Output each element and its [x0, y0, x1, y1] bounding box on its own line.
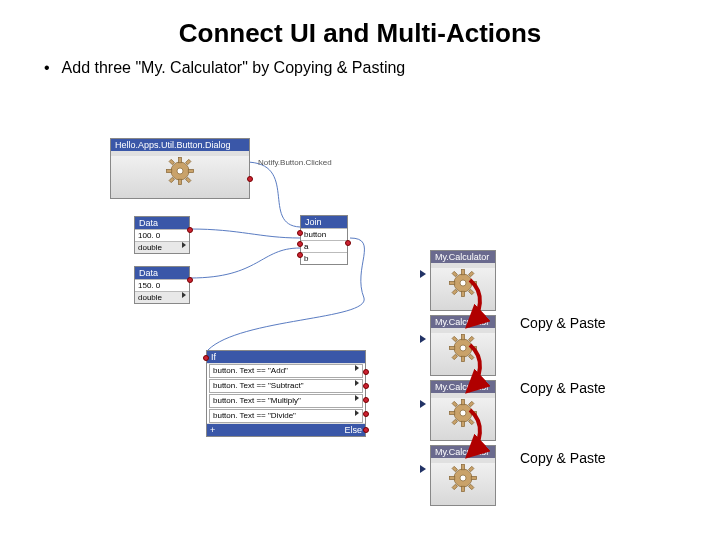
output-port[interactable] [363, 427, 369, 433]
data-1-type[interactable]: double [135, 241, 189, 253]
output-port[interactable] [363, 369, 369, 375]
svg-rect-8 [186, 177, 191, 182]
node-dialog-header: Hello.Apps.Util.Button.Dialog [111, 139, 249, 151]
node-calc-header: My.Calculator [431, 446, 495, 458]
node-data-1[interactable]: Data 100. 0 double [134, 216, 190, 254]
input-port-tri[interactable] [420, 400, 426, 408]
gear-icon [448, 463, 478, 493]
output-port[interactable] [345, 240, 351, 246]
svg-point-49 [460, 475, 466, 481]
input-port[interactable] [297, 230, 303, 236]
svg-rect-12 [462, 291, 465, 296]
svg-rect-22 [462, 356, 465, 361]
svg-rect-46 [469, 466, 474, 471]
node-calculator-1[interactable]: My.Calculator [430, 250, 496, 311]
input-port[interactable] [297, 252, 303, 258]
bullet-text: Add three "My. Calculator" by Copying & … [62, 59, 406, 76]
join-row-b: b [301, 252, 347, 264]
node-join-header: Join [301, 216, 347, 228]
node-calc-header: My.Calculator [431, 381, 495, 393]
node-calculator-2[interactable]: My.Calculator [430, 315, 496, 376]
input-port[interactable] [297, 241, 303, 247]
svg-rect-41 [462, 465, 465, 470]
svg-rect-25 [452, 336, 457, 341]
if-plus[interactable]: + [210, 424, 215, 436]
node-if-header: If [207, 351, 365, 363]
notify-label: Notify.Button.Clicked [258, 158, 332, 167]
node-join[interactable]: Join button a b [300, 215, 348, 265]
svg-point-39 [460, 410, 466, 416]
svg-rect-2 [179, 179, 182, 184]
svg-rect-16 [469, 271, 474, 276]
svg-rect-32 [462, 421, 465, 426]
svg-point-9 [177, 168, 183, 174]
output-port[interactable] [363, 411, 369, 417]
svg-rect-26 [469, 336, 474, 341]
copy-paste-label-2: Copy & Paste [520, 380, 606, 396]
if-row-add: button. Text == "Add" [209, 364, 363, 378]
node-data-2-header: Data [135, 267, 189, 279]
gear-icon [448, 268, 478, 298]
if-row-subtract: button. Text == "Subtract" [209, 379, 363, 393]
svg-rect-45 [452, 466, 457, 471]
page-title: Connect UI and Multi-Actions [0, 0, 720, 59]
svg-rect-33 [450, 412, 455, 415]
data-1-value: 100. 0 [135, 229, 189, 241]
svg-rect-17 [452, 289, 457, 294]
svg-rect-7 [169, 177, 174, 182]
copy-paste-label-3: Copy & Paste [520, 450, 606, 466]
svg-rect-27 [452, 354, 457, 359]
svg-rect-47 [452, 484, 457, 489]
copy-paste-label-1: Copy & Paste [520, 315, 606, 331]
node-if[interactable]: If button. Text == "Add" button. Text ==… [206, 350, 366, 437]
node-data-2[interactable]: Data 150. 0 double [134, 266, 190, 304]
if-row-multiply: button. Text == "Multiply" [209, 394, 363, 408]
svg-rect-28 [469, 354, 474, 359]
output-port[interactable] [187, 227, 193, 233]
gear-icon [165, 156, 195, 186]
svg-point-19 [460, 280, 466, 286]
wires-layer [0, 120, 720, 520]
data-2-type[interactable]: double [135, 291, 189, 303]
data-2-value: 150. 0 [135, 279, 189, 291]
output-port[interactable] [187, 277, 193, 283]
svg-rect-37 [452, 419, 457, 424]
output-port[interactable] [363, 397, 369, 403]
input-port-tri[interactable] [420, 465, 426, 473]
svg-rect-48 [469, 484, 474, 489]
svg-rect-36 [469, 401, 474, 406]
svg-rect-38 [469, 419, 474, 424]
output-port[interactable] [247, 176, 253, 182]
svg-rect-24 [471, 347, 476, 350]
join-row-a: a [301, 240, 347, 252]
svg-rect-1 [179, 158, 182, 163]
input-port-tri[interactable] [420, 270, 426, 278]
bullet-line: • Add three "My. Calculator" by Copying … [0, 59, 720, 77]
chevron-right-icon [355, 380, 359, 386]
svg-rect-43 [450, 477, 455, 480]
if-else: Else [344, 424, 362, 436]
output-port[interactable] [363, 383, 369, 389]
svg-rect-44 [471, 477, 476, 480]
input-port-tri[interactable] [420, 335, 426, 343]
svg-rect-18 [469, 289, 474, 294]
if-footer: + Else [207, 424, 365, 436]
node-calc-header: My.Calculator [431, 251, 495, 263]
svg-point-29 [460, 345, 466, 351]
svg-rect-31 [462, 400, 465, 405]
node-data-1-header: Data [135, 217, 189, 229]
svg-rect-5 [169, 159, 174, 164]
bullet-dot: • [44, 59, 58, 77]
node-calculator-4[interactable]: My.Calculator [430, 445, 496, 506]
input-port[interactable] [203, 355, 209, 361]
join-row-button: button [301, 228, 347, 240]
chevron-down-icon [182, 242, 186, 248]
svg-rect-3 [167, 170, 172, 173]
gear-icon [448, 398, 478, 428]
node-dialog[interactable]: Hello.Apps.Util.Button.Dialog [110, 138, 250, 199]
chevron-down-icon [182, 292, 186, 298]
svg-rect-14 [471, 282, 476, 285]
svg-rect-34 [471, 412, 476, 415]
svg-rect-21 [462, 335, 465, 340]
node-calculator-3[interactable]: My.Calculator [430, 380, 496, 441]
